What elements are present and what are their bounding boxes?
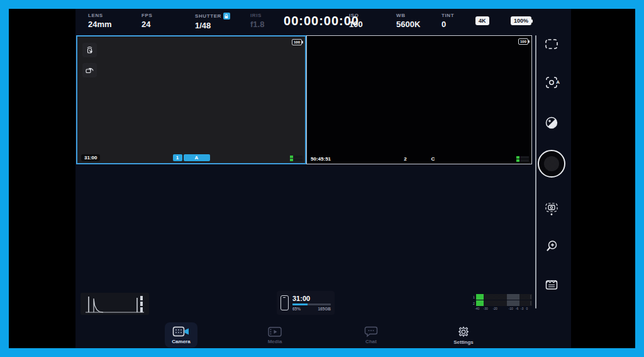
storage-panel[interactable]: 31:00 65% 165GB — [277, 291, 335, 315]
tab-chat-label: Chat — [365, 339, 377, 344]
chat-bubble-icon — [364, 326, 378, 337]
storage-progress-bar — [292, 303, 331, 305]
video-camera-icon — [172, 326, 190, 337]
iris-setting[interactable]: IRIS f1.8 — [250, 13, 264, 29]
record-button-core — [544, 156, 559, 171]
frame-guides-button[interactable] — [544, 37, 559, 52]
audio-channel-row: 1 — [473, 294, 532, 300]
storage-capacity: 165GB — [318, 307, 331, 311]
histogram-plot — [80, 293, 149, 315]
db-tick: -30 — [484, 307, 488, 310]
wireless-camera-handoff-button[interactable] — [82, 43, 97, 57]
stabilization-icon — [544, 200, 559, 217]
viewfinder-overlay-buttons — [82, 43, 97, 77]
tab-media[interactable]: Media — [258, 322, 291, 348]
iso-label: ISO — [349, 13, 363, 18]
tint-value: 0 — [441, 20, 454, 29]
camera-letter: C — [424, 156, 443, 162]
wireless-camera-icon — [85, 45, 94, 55]
fps-label: FPS — [142, 13, 152, 18]
exposure-button[interactable] — [545, 116, 558, 130]
screen: LENS 24mm FPS 24 SHUTTER 1/48 IRIS f1.8 … — [9, 9, 635, 348]
tab-chat[interactable]: Chat — [355, 322, 387, 348]
lens-label: LENS — [88, 13, 112, 18]
audio-channel-row: 2 — [473, 300, 532, 306]
wb-label: WB — [396, 13, 420, 18]
db-tick: 0 — [526, 307, 528, 310]
camera-switch-button[interactable] — [82, 63, 97, 77]
shutter-label: SHUTTER — [195, 13, 221, 19]
iris-label: IRIS — [250, 13, 264, 18]
focus-zoom-button[interactable] — [545, 239, 558, 253]
battery-badge: 100% — [511, 16, 531, 25]
settings-gear-icon — [457, 326, 470, 338]
camera-letter-chip[interactable]: A — [184, 154, 210, 161]
autofocus-auto-label: A — [556, 79, 560, 85]
record-button[interactable] — [538, 150, 565, 178]
storage-used-percent: 65% — [292, 307, 301, 311]
db-tick: -6 — [516, 307, 518, 310]
camera-switch-icon — [85, 65, 94, 75]
wb-value: 5600K — [396, 20, 420, 29]
db-tick: -10 — [509, 307, 513, 310]
lock-icon — [223, 13, 230, 20]
viewfinder-battery-badge: 100 — [292, 39, 302, 45]
phone-storage-icon — [280, 295, 289, 310]
wb-setting[interactable]: WB 5600K — [396, 13, 420, 29]
audio-level-fill — [476, 294, 484, 300]
db-tick: -40 — [475, 307, 479, 310]
audio-level-fill — [476, 300, 484, 306]
camera-identifier: 2 C — [307, 156, 531, 162]
stabilization-button[interactable] — [544, 200, 559, 217]
audio-level-track — [476, 300, 532, 306]
storage-progress-fill — [292, 303, 308, 305]
camera-controls-sidebar: A — [532, 9, 571, 348]
lens-setting[interactable]: LENS 24mm — [88, 13, 112, 29]
slate-icon — [544, 277, 559, 292]
iso-setting[interactable]: ISO 100 — [349, 13, 363, 29]
slate-button[interactable] — [544, 277, 559, 292]
frame-guides-icon — [544, 37, 559, 52]
storage-time-remaining: 31:00 — [292, 295, 331, 302]
tab-media-label: Media — [268, 339, 282, 344]
db-tick: -3 — [521, 307, 523, 310]
tab-settings[interactable]: Settings — [447, 322, 480, 348]
camera-identifier: 1 A — [77, 154, 305, 161]
tab-camera-label: Camera — [172, 339, 190, 344]
db-tick: -20 — [493, 307, 497, 310]
camera-number-chip[interactable]: 1 — [173, 154, 182, 161]
fps-setting[interactable]: FPS 24 — [142, 13, 152, 29]
iso-value: 100 — [349, 20, 363, 29]
viewfinder-camera-1[interactable]: 100 31:00 1 A — [76, 35, 306, 164]
zoom-in-icon — [545, 239, 558, 253]
tab-settings-label: Settings — [453, 339, 474, 345]
media-icon — [267, 326, 282, 337]
histogram-panel[interactable] — [80, 293, 149, 315]
mini-audio-meter — [516, 156, 529, 162]
audio-db-scale: -40 -30 -20 -10 -6 -3 0 — [476, 307, 532, 311]
iris-value: f1.8 — [250, 20, 264, 29]
tint-label: TINT — [441, 13, 454, 18]
viewfinder-battery-badge: 100 — [518, 38, 528, 45]
fps-value: 24 — [142, 20, 152, 29]
shutter-setting[interactable]: SHUTTER 1/48 — [195, 13, 230, 30]
autofocus-button[interactable]: A — [545, 76, 558, 89]
viewfinder-camera-2[interactable]: 100 50:45:51 2 C — [306, 35, 532, 164]
audio-level-track — [476, 294, 532, 300]
device-frame: LENS 24mm FPS 24 SHUTTER 1/48 IRIS f1.8 … — [0, 0, 644, 357]
top-status-bar: LENS 24mm FPS 24 SHUTTER 1/48 IRIS f1.8 … — [75, 9, 532, 35]
lens-value: 24mm — [88, 20, 112, 29]
exposure-icon — [545, 116, 558, 130]
resolution-badge[interactable]: 4K — [475, 16, 489, 25]
sidebar-scrollbar[interactable] — [535, 35, 536, 309]
camera-number: 2 — [396, 156, 415, 162]
mini-audio-meter — [290, 156, 303, 161]
audio-meters-panel[interactable]: 1 2 -40 -30 -20 -10 -6 -3 0 — [473, 294, 532, 314]
shutter-value: 1/48 — [195, 21, 230, 30]
bottom-navigation: Camera Media Chat Settings — [75, 321, 571, 348]
camera-app: LENS 24mm FPS 24 SHUTTER 1/48 IRIS f1.8 … — [75, 9, 571, 348]
tint-setting[interactable]: TINT 0 — [441, 13, 454, 29]
tab-camera[interactable]: Camera — [165, 322, 197, 348]
